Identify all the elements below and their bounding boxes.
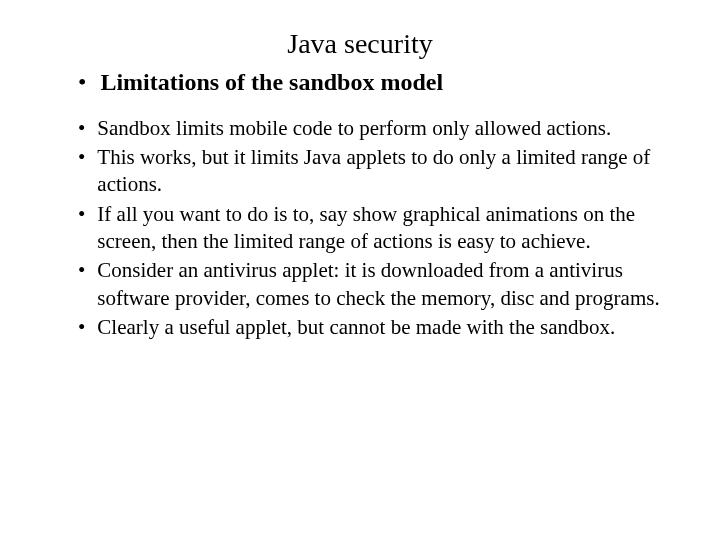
slide-title: Java security — [50, 28, 670, 60]
bullet-icon: • — [78, 201, 85, 228]
subtitle-row: • Limitations of the sandbox model — [50, 68, 670, 97]
list-item: • If all you want to do is to, say show … — [78, 201, 670, 256]
bullet-icon: • — [78, 68, 86, 97]
bullet-icon: • — [78, 144, 85, 171]
slide-subtitle: Limitations of the sandbox model — [100, 68, 443, 97]
bullet-icon: • — [78, 115, 85, 142]
list-item: • Clearly a useful applet, but cannot be… — [78, 314, 670, 341]
bullet-icon: • — [78, 257, 85, 284]
list-item: • This works, but it limits Java applets… — [78, 144, 670, 199]
bullet-text: If all you want to do is to, say show gr… — [97, 201, 670, 256]
bullet-text: This works, but it limits Java applets t… — [97, 144, 670, 199]
bullet-text: Consider an antivirus applet: it is down… — [97, 257, 670, 312]
bullet-icon: • — [78, 314, 85, 341]
list-item: • Sandbox limits mobile code to perform … — [78, 115, 670, 142]
bullet-text: Clearly a useful applet, but cannot be m… — [97, 314, 615, 341]
body-list: • Sandbox limits mobile code to perform … — [50, 115, 670, 341]
list-item: • Consider an antivirus applet: it is do… — [78, 257, 670, 312]
bullet-text: Sandbox limits mobile code to perform on… — [97, 115, 611, 142]
